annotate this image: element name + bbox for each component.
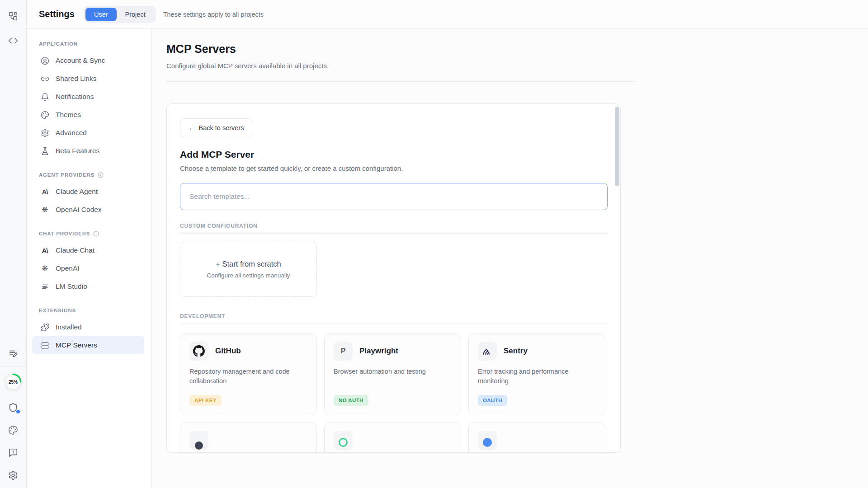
- sidebar-item-themes[interactable]: Themes: [32, 106, 144, 124]
- auth-badge: OAUTH: [478, 395, 507, 406]
- panel-description: Choose a template to get started quickly…: [180, 164, 607, 172]
- template-card-grid: GitHub Repository management and code co…: [180, 333, 607, 453]
- user-circle-icon: [40, 56, 49, 65]
- sidebar-item-lm-studio[interactable]: LM Studio: [32, 277, 144, 296]
- openai-logo-icon: ❋: [40, 205, 49, 214]
- icon-rail: 25%: [0, 0, 27, 488]
- panel-scrollbar-thumb[interactable]: [615, 107, 619, 186]
- section-extensions: EXTENSIONS: [39, 305, 144, 315]
- palette-icon: [40, 110, 49, 119]
- sentry-logo-icon: [478, 342, 497, 361]
- sidebar-item-claude-agent[interactable]: A\ Claude Agent: [32, 183, 144, 201]
- main-content: MCP Servers Configure global MCP servers…: [152, 29, 868, 488]
- section-application: APPLICATION: [39, 39, 144, 49]
- sidebar-item-account-sync[interactable]: Account & Sync: [32, 52, 144, 70]
- template-card-partial-3[interactable]: [468, 422, 605, 453]
- usage-ring[interactable]: 25%: [5, 373, 22, 390]
- content-title: MCP Servers: [166, 42, 868, 56]
- sidebar-item-notifications[interactable]: Notifications: [32, 88, 144, 106]
- template-name: Sentry: [504, 347, 528, 356]
- partial-template-icon: [189, 431, 208, 450]
- section-chat-providers: CHAT PROVIDERS: [39, 229, 144, 239]
- anthropic-logo-icon: A\: [40, 187, 49, 196]
- sidebar-item-openai-codex[interactable]: ❋ OpenAI Codex: [32, 201, 144, 219]
- topbar: Settings User Project These settings app…: [27, 0, 868, 29]
- sidebar-item-label: Themes: [56, 111, 81, 119]
- auth-badge: API KEY: [189, 395, 222, 406]
- template-name: GitHub: [215, 347, 241, 356]
- sidebar-item-shared-links[interactable]: Shared Links: [32, 70, 144, 88]
- group-divider: [180, 324, 608, 324]
- group-divider: [180, 233, 608, 234]
- sidebar-item-label: Shared Links: [56, 75, 96, 83]
- search-templates-input[interactable]: [180, 183, 608, 210]
- sidebar-item-label: Beta Features: [56, 147, 99, 155]
- code-icon[interactable]: [8, 35, 19, 46]
- github-logo-icon: [189, 342, 208, 361]
- content-subtitle: Configure global MCP servers available i…: [166, 62, 868, 70]
- openai-logo-icon: ❋: [40, 264, 49, 273]
- start-from-scratch-title: + Start from scratch: [216, 260, 281, 268]
- sidebar-item-label: OpenAI Codex: [56, 206, 102, 214]
- sidebar-item-label: OpenAI: [56, 264, 80, 272]
- template-card-github[interactable]: GitHub Repository management and code co…: [180, 333, 317, 415]
- workflow-icon[interactable]: [8, 11, 19, 22]
- arrow-left-icon: ←: [189, 124, 195, 131]
- section-agent-providers: AGENT PROVIDERS: [39, 170, 144, 180]
- back-to-servers-button[interactable]: ← Back to servers: [180, 118, 252, 137]
- info-icon[interactable]: [98, 172, 104, 178]
- template-description: Browser automation and testing: [334, 367, 447, 376]
- palette-icon[interactable]: [8, 425, 19, 436]
- playwright-logo-icon: P: [334, 342, 353, 361]
- custom-configuration-label: CUSTOM CONFIGURATION: [180, 223, 607, 229]
- start-from-scratch-card[interactable]: + Start from scratch Configure all setti…: [180, 242, 317, 297]
- feedback-icon[interactable]: [8, 447, 19, 458]
- scope-toggle: User Project: [84, 6, 156, 23]
- content-divider: [166, 81, 635, 82]
- sidebar-item-openai[interactable]: ❋ OpenAI: [32, 259, 144, 277]
- start-from-scratch-subtitle: Configure all settings manually: [207, 272, 290, 279]
- panel-heading: Add MCP Server: [180, 149, 607, 160]
- sidebar-item-installed[interactable]: Installed: [32, 318, 144, 336]
- gear-icon: [40, 128, 49, 137]
- settings-sidebar: APPLICATION Account & Sync Shared Links …: [27, 29, 152, 488]
- template-card-sentry[interactable]: Sentry Error tracking and performance mo…: [468, 333, 605, 415]
- template-card-partial-1[interactable]: [180, 422, 317, 453]
- tab-user[interactable]: User: [85, 8, 117, 21]
- sidebar-item-label: LM Studio: [56, 282, 87, 291]
- notes-edit-icon[interactable]: [8, 348, 19, 359]
- template-card-partial-2[interactable]: [324, 422, 461, 453]
- partial-template-icon: [334, 431, 353, 450]
- page-title: Settings: [39, 9, 75, 19]
- template-description: Repository management and code collabora…: [189, 367, 302, 386]
- link-icon: [40, 74, 49, 83]
- rail-divider: [0, 366, 26, 367]
- sidebar-item-beta-features[interactable]: Beta Features: [32, 142, 144, 160]
- sidebar-item-advanced[interactable]: Advanced: [32, 124, 144, 142]
- sidebar-item-label: Claude Agent: [56, 188, 98, 196]
- server-icon: [40, 341, 49, 350]
- template-name: Playwright: [359, 347, 398, 356]
- usage-percent-label: 25%: [9, 380, 18, 385]
- notification-dot: [16, 410, 20, 413]
- add-mcp-server-panel: ← Back to servers Add MCP Server Choose …: [166, 103, 621, 453]
- sidebar-item-label: Advanced: [56, 129, 87, 137]
- template-card-playwright[interactable]: P Playwright Browser automation and test…: [324, 333, 461, 415]
- gear-icon[interactable]: [8, 470, 19, 481]
- flask-icon: [40, 146, 49, 155]
- partial-template-icon: [478, 431, 497, 450]
- development-label: DEVELOPMENT: [180, 313, 607, 319]
- template-description: Error tracking and performance monitorin…: [478, 367, 591, 386]
- shield-icon[interactable]: [8, 402, 19, 413]
- scope-note: These settings apply to all projects: [163, 11, 264, 18]
- tab-project[interactable]: Project: [117, 8, 154, 21]
- bell-icon: [40, 92, 49, 101]
- sidebar-item-label: MCP Servers: [56, 341, 97, 349]
- lm-studio-logo-icon: [40, 282, 49, 291]
- info-icon[interactable]: [93, 231, 99, 237]
- sidebar-item-claude-chat[interactable]: A\ Claude Chat: [32, 241, 144, 259]
- anthropic-logo-icon: A\: [40, 246, 49, 255]
- sidebar-item-mcp-servers[interactable]: MCP Servers: [32, 336, 144, 354]
- sidebar-item-label: Notifications: [56, 93, 94, 101]
- auth-badge: NO AUTH: [334, 395, 368, 406]
